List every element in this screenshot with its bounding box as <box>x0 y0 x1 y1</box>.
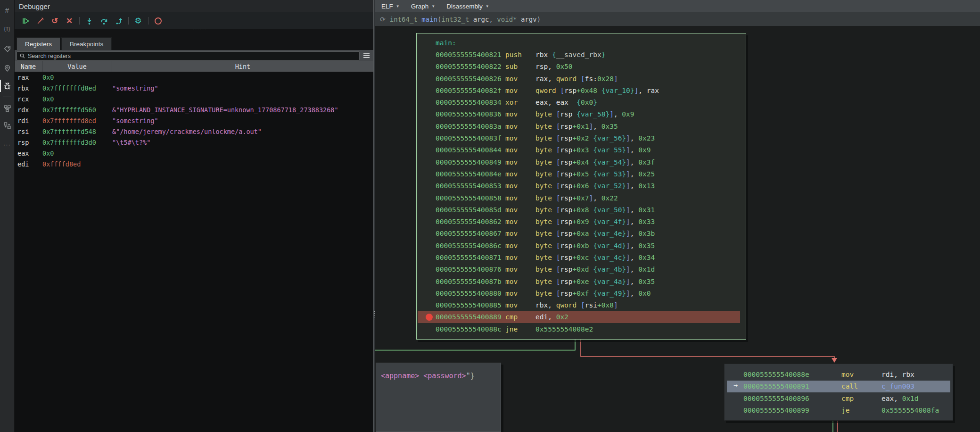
step-into-button[interactable] <box>83 15 95 27</box>
register-row-rdi[interactable]: rdi0x7fffffffd8ed"somestring" <box>15 115 373 126</box>
tab-registers[interactable]: Registers <box>16 37 60 50</box>
step-return-button[interactable] <box>112 15 124 27</box>
basic-block-main[interactable]: main:0000555555400821pushrbx {__saved_rb… <box>416 33 746 340</box>
function-signature-bar: ⟳ int64_t main(int32_t argc, void* argv) <box>375 12 980 26</box>
asm-line-084e[interactable]: 000055555540084emovbyte [rsp+0x5 {var_53… <box>417 168 746 180</box>
register-row-eax[interactable]: eax0x0 <box>15 148 373 158</box>
op-t: {var_49} <box>593 290 626 297</box>
asm-line-085d[interactable]: 000055555540085dmovbyte [rsp+0x8 {var_50… <box>417 204 746 216</box>
mnemonic: mov <box>505 146 535 154</box>
panel-resize-grip[interactable]: ······ <box>193 27 207 32</box>
asm-line-088e[interactable]: 000055555540088emovrdi, rbx <box>725 368 953 381</box>
graph-view-icon[interactable] <box>0 101 14 116</box>
search-input[interactable] <box>27 52 359 60</box>
disassembly-graph[interactable]: main:0000555555400821pushrbx {__saved_rb… <box>375 26 980 432</box>
op-n: 0x28 <box>597 75 614 83</box>
asm-line-0867[interactable]: 0000555555400867movbyte [rsp+0xa {var_4e… <box>417 228 746 240</box>
op-b: ] <box>626 242 630 249</box>
asm-line-0858[interactable]: 0000555555400858movbyte [rsp+0x7], 0x22 <box>417 192 746 204</box>
search-box[interactable] <box>16 51 360 60</box>
asm-line-0826[interactable]: 0000555555400826movrax, qword [fs:0x28] <box>417 73 746 84</box>
register-row-rsi[interactable]: rsi0x7fffffffd548&"/home/jeremy/crackmes… <box>15 126 373 137</box>
asm-line-086c[interactable]: 000055555540086cmovbyte [rsp+0xb {var_4d… <box>417 240 746 251</box>
asm-label-line[interactable]: main: <box>417 37 746 49</box>
op-r: rsp <box>560 194 572 202</box>
asm-line-0834[interactable]: 0000555555400834xoreax, eax {0x0} <box>417 96 746 108</box>
breakpoint-toggle-button[interactable] <box>152 15 164 27</box>
debugger-icon[interactable] <box>0 79 14 93</box>
menu-graph[interactable]: Graph▼ <box>411 3 435 10</box>
run-button[interactable] <box>19 15 32 27</box>
menu-elf[interactable]: ELF▼ <box>381 3 400 10</box>
settings-button[interactable]: ⚙ <box>132 15 144 27</box>
asm-line-0862[interactable]: 0000555555400862movbyte [rsp+0x9 {var_4f… <box>417 216 746 227</box>
instruction-pointer-icon: → <box>733 381 738 390</box>
asm-line-0876[interactable]: 0000555555400876movbyte [rsp+0xd {var_4b… <box>417 264 746 275</box>
operands: byte [rsp+0x2 {var_56}], 0x23 <box>535 134 655 142</box>
register-row-rdx[interactable]: rdx0x7fffffffd560&"HYPRLAND_INSTANCE_SIG… <box>15 104 373 115</box>
asm-line-0899[interactable]: 0000555555400899je0x5555554008fa <box>725 405 953 417</box>
mnemonic: mov <box>505 290 535 297</box>
column-header-name[interactable]: Name <box>15 61 42 72</box>
restart-button[interactable]: ↺ <box>49 15 61 27</box>
more-icon[interactable]: ··· <box>0 137 14 151</box>
str-str: <appname> <password> <box>381 372 466 380</box>
stop-button[interactable]: ✕ <box>63 15 75 27</box>
cross-references-icon[interactable] <box>0 118 14 133</box>
address-pin-icon[interactable] <box>0 61 14 75</box>
op-t: {var_4d} <box>593 242 626 249</box>
operands: byte [rsp+0x4 {var_54}], 0x3f <box>535 158 655 166</box>
op-n: 0x31 <box>638 206 655 214</box>
types-icon[interactable]: {T} <box>0 22 14 36</box>
register-value: 0x0 <box>42 150 112 157</box>
step-over-button[interactable] <box>98 15 110 27</box>
breakpoint-icon[interactable] <box>426 314 433 321</box>
asm-line-0871[interactable]: 0000555555400871movbyte [rsp+0xc {var_4c… <box>417 251 746 263</box>
op-k: byte <box>535 170 556 178</box>
op-k: byte <box>535 134 556 142</box>
mnemonic: cmp <box>841 395 881 402</box>
asm-line-0880[interactable]: 0000555555400880movbyte [rsp+0xf {var_49… <box>417 287 746 299</box>
asm-line-0853[interactable]: 0000555555400853movbyte [rsp+0x6 {var_52… <box>417 180 746 192</box>
asm-line-0822[interactable]: 0000555555400822subrsp, 0x50 <box>417 61 746 73</box>
mnemonic: mov <box>505 301 535 309</box>
mnemonic: mov <box>505 87 535 94</box>
register-value: 0x7fffffffd3d0 <box>42 139 112 146</box>
register-row-rsp[interactable]: rsp0x7fffffffd3d0"\t5#\t?%" <box>15 137 373 148</box>
asm-line-0844[interactable]: 0000555555400844movbyte [rsp+0x3 {var_55… <box>417 144 746 156</box>
tag-icon[interactable] <box>0 42 14 56</box>
menu-disassembly[interactable]: Disassembly▼ <box>446 3 489 10</box>
asm-line-083f[interactable]: 000055555540083fmovbyte [rsp+0x2 {var_56… <box>417 132 746 144</box>
attach-button[interactable] <box>34 15 46 27</box>
asm-line-082f[interactable]: 000055555540082fmovqword [rsp+0x48 {var_… <box>417 84 746 96</box>
menu-icon[interactable] <box>362 52 371 59</box>
hash-icon[interactable]: # <box>0 3 14 17</box>
chevron-down-icon: ▼ <box>486 4 489 8</box>
asm-line-0891[interactable]: →0000555555400891callc_fun003 <box>727 381 950 393</box>
column-header-hint[interactable]: Hint <box>112 61 373 72</box>
asm-line-088c[interactable]: 000055555540088cjne0x5555554008e2 <box>417 323 746 335</box>
string-data-node[interactable]: <appname> <password>"} <box>376 363 501 432</box>
asm-line-0889[interactable]: 0000555555400889cmpedi, 0x2 <box>418 311 740 323</box>
asm-line-0896[interactable]: 0000555555400896cmpeax, 0x1d <box>725 392 953 405</box>
asm-line-0885[interactable]: 0000555555400885movrbx, qword [rsi+0x8] <box>417 299 746 311</box>
tab-breakpoints[interactable]: Breakpoints <box>61 37 112 50</box>
asm-line-0821[interactable]: 0000555555400821pushrbx {__saved_rbx} <box>417 49 746 60</box>
navigation-refresh-icon[interactable]: ⟳ <box>380 16 386 23</box>
op-t: } <box>593 99 597 106</box>
asm-line-0836[interactable]: 0000555555400836movbyte [rsp {var_58}], … <box>417 108 746 120</box>
asm-line-083a[interactable]: 000055555540083amovbyte [rsp+0x1], 0x35 <box>417 120 746 132</box>
op-r: , <box>630 242 638 249</box>
register-row-rcx[interactable]: rcx0x0 <box>15 93 373 104</box>
register-row-rax[interactable]: rax0x0 <box>15 72 373 83</box>
op-b: [ <box>581 75 585 83</box>
basic-block-call[interactable]: 000055555540088emovrdi, rbx→000055555540… <box>724 364 953 421</box>
column-header-value[interactable]: Value <box>42 61 112 72</box>
register-row-edi[interactable]: edi0xffffd8ed <box>15 158 373 169</box>
register-row-rbx[interactable]: rbx0x7fffffffd8ed"somestring" <box>15 83 373 93</box>
asm-line-0849[interactable]: 0000555555400849movbyte [rsp+0x4 {var_54… <box>417 156 746 168</box>
op-k: byte <box>535 278 556 285</box>
instruction-address: 0000555555400871 <box>436 254 505 261</box>
asm-line-087b[interactable]: 000055555540087bmovbyte [rsp+0xe {var_4a… <box>417 275 746 287</box>
register-value: 0x7fffffffd548 <box>42 128 112 135</box>
